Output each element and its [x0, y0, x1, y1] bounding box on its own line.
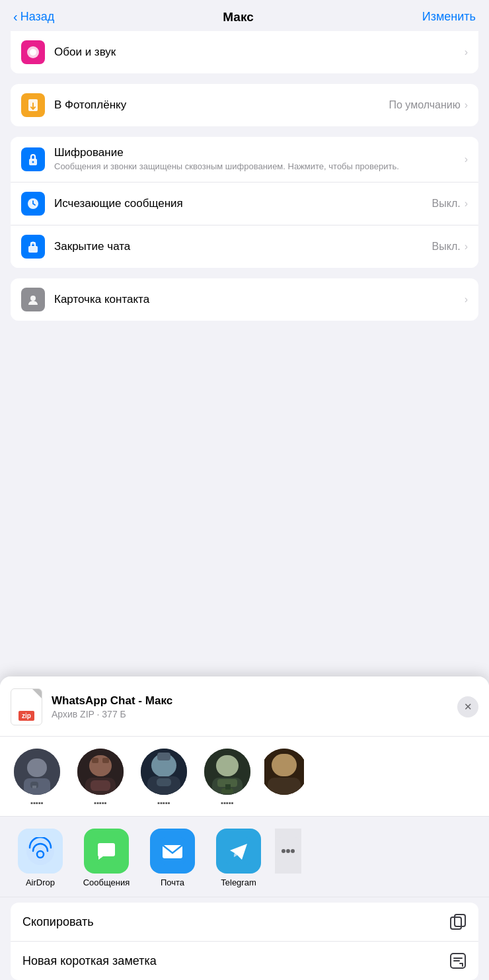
close-share-button[interactable]: ✕ — [457, 696, 478, 717]
svg-rect-31 — [225, 784, 231, 790]
svg-rect-18 — [102, 758, 109, 763]
app-item-airdrop[interactable]: AirDrop — [11, 829, 70, 887]
contact-avatar-1 — [14, 749, 60, 795]
chat-lock-label: Закрытие чата — [54, 240, 432, 253]
contacts-row: ▪▪▪▪▪ ▪▪▪▪▪ — [0, 737, 489, 817]
contact-name-1: ▪▪▪▪▪ — [30, 799, 44, 807]
settings-section-3: Шифрование Сообщения и звонки защищены с… — [11, 137, 478, 268]
svg-point-9 — [30, 296, 36, 301]
edit-button[interactable]: Изменить — [422, 10, 476, 24]
svg-rect-46 — [451, 917, 461, 929]
copy-label: Скопировать — [22, 915, 94, 929]
mail-label: Почта — [161, 878, 184, 887]
svg-rect-33 — [272, 754, 297, 776]
messages-label: Сообщения — [83, 878, 130, 887]
chevron-icon: › — [465, 153, 468, 165]
airdrop-label: AirDrop — [26, 878, 55, 887]
avatar-1-image — [14, 749, 60, 795]
disappear-label: Исчезающие сообщения — [54, 197, 432, 210]
chevron-icon: › — [465, 294, 468, 306]
avatar-2-image — [77, 749, 124, 795]
contact-item-3[interactable]: ▪▪▪▪▪ — [137, 749, 190, 807]
save-icon — [21, 93, 45, 117]
contact-card-row[interactable]: Карточка контакта › — [11, 278, 478, 321]
contact-icon — [21, 288, 45, 311]
avatar-4-image — [204, 749, 250, 795]
contact-card-label: Карточка контакта — [54, 293, 465, 306]
svg-point-5 — [32, 161, 34, 163]
share-header: zip WhatsApp Chat - Макс Архив ZIP · 377… — [0, 676, 489, 737]
wallpaper-sound-row[interactable]: Обои и звук › — [11, 31, 478, 73]
disappearing-messages-row[interactable]: Исчезающие сообщения Выкл. › — [11, 183, 478, 225]
settings-section-2: В Фотоплёнку По умолчанию › — [11, 84, 478, 126]
copy-icon — [449, 913, 467, 930]
back-label: Назад — [20, 10, 55, 24]
app-item-telegram[interactable]: Telegram — [209, 829, 268, 887]
mail-icon — [150, 829, 195, 874]
contact-item-1[interactable]: ▪▪▪▪▪ — [11, 749, 63, 807]
contact-item-5[interactable] — [264, 749, 304, 807]
svg-rect-11 — [27, 758, 47, 777]
chevron-icon: › — [465, 198, 468, 210]
chat-lock-value: Выкл. — [432, 241, 461, 253]
file-type: Архив ZIP — [52, 709, 94, 719]
messages-svg — [93, 837, 120, 865]
app-item-more[interactable] — [275, 829, 301, 887]
svg-rect-45 — [455, 915, 465, 926]
encryption-row[interactable]: Шифрование Сообщения и звонки защищены с… — [11, 137, 478, 183]
contact-item-4[interactable]: ▪▪▪▪▪ — [201, 749, 254, 807]
more-svg — [275, 837, 301, 865]
share-file-name: WhatsApp Chat - Макс — [52, 694, 457, 708]
disappear-icon — [21, 192, 45, 216]
chevron-icon: › — [465, 46, 468, 58]
share-file-meta: Архив ZIP · 377 Б — [52, 709, 457, 719]
chat-lock-row[interactable]: Закрытие чата Выкл. › — [11, 225, 478, 268]
app-item-mail[interactable]: Почта — [143, 829, 202, 887]
avatar-5-image — [264, 749, 304, 795]
settings-section-4: Карточка контакта › — [11, 278, 478, 321]
disappear-value: Выкл. — [432, 198, 461, 210]
note-label: Новая короткая заметка — [22, 954, 157, 968]
contact-name-4: ▪▪▪▪▪ — [221, 799, 234, 807]
chevron-icon: › — [465, 241, 468, 253]
action-section: Скопировать Новая короткая заметка — [11, 903, 478, 980]
svg-point-44 — [291, 849, 295, 853]
contact-name-2: ▪▪▪▪▪ — [94, 799, 107, 807]
page-title: Макс — [223, 10, 253, 24]
more-icon — [275, 829, 301, 874]
contact-avatar-2 — [77, 749, 124, 795]
back-chevron-icon: ‹ — [13, 9, 18, 24]
copy-action-row[interactable]: Скопировать — [11, 903, 478, 942]
svg-rect-8 — [30, 242, 36, 245]
zip-label: zip — [19, 711, 34, 721]
wallpaper-icon — [21, 40, 45, 64]
svg-rect-17 — [92, 758, 98, 763]
svg-rect-7 — [28, 246, 38, 253]
app-item-messages[interactable]: Сообщения — [77, 829, 136, 887]
save-to-camera-row[interactable]: В Фотоплёнку По умолчанию › — [11, 84, 478, 126]
back-button[interactable]: ‹ Назад — [13, 9, 54, 24]
airdrop-icon — [18, 829, 63, 874]
svg-rect-34 — [268, 778, 301, 795]
svg-point-42 — [282, 849, 285, 853]
contact-avatar-5 — [264, 749, 304, 795]
apps-row: AirDrop Сообщения Почта — [0, 817, 489, 897]
svg-point-43 — [286, 849, 290, 853]
save-value: По умолчанию — [389, 99, 460, 111]
telegram-label: Telegram — [221, 878, 256, 887]
avatar-3-image — [141, 749, 187, 795]
encryption-label: Шифрование — [54, 146, 465, 159]
mail-svg — [159, 837, 186, 865]
contact-avatar-3 — [141, 749, 187, 795]
save-label: В Фотоплёнку — [54, 99, 389, 112]
wallpaper-label: Обои и звук — [54, 46, 465, 59]
svg-rect-24 — [157, 753, 170, 760]
messages-icon — [84, 829, 129, 874]
encryption-icon — [21, 147, 45, 171]
note-action-row[interactable]: Новая короткая заметка — [11, 942, 478, 980]
airdrop-svg — [26, 837, 54, 865]
contact-avatar-4 — [204, 749, 250, 795]
settings-section-1: Обои и звук › — [11, 31, 478, 73]
contact-item-2[interactable]: ▪▪▪▪▪ — [74, 749, 127, 807]
telegram-icon — [216, 829, 261, 874]
